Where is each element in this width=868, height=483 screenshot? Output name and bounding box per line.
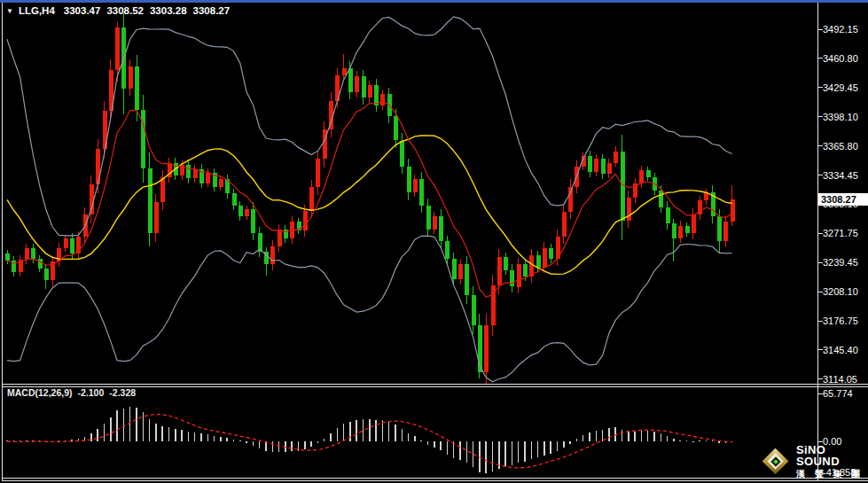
price-axis-label: 3398.10: [823, 112, 858, 122]
watermark-brand-text: SiNO SOUND: [796, 444, 868, 467]
price-axis-label: 3492.15: [823, 24, 858, 35]
macd-signal-value: -2.328: [109, 387, 136, 398]
close-value: 3308.27: [193, 5, 231, 16]
macd-indicator-name: MACD(12,26,9): [7, 387, 73, 398]
price-axis-label: 3208.10: [823, 286, 858, 297]
low-value: 3303.28: [150, 5, 187, 16]
chart-header: ▼ LLG,H4 3303.47 3308.52 3303.28 3308.27: [6, 5, 236, 16]
macd-axis-label: 0.00: [823, 436, 841, 447]
high-value: 3308.52: [106, 5, 144, 16]
current-price-tag: 3308.27: [818, 193, 868, 206]
macd-axis-label: -41.858: [823, 467, 856, 478]
window-top-border: [0, 0, 868, 3]
price-axis-label: 3239.45: [823, 257, 858, 268]
sino-sound-logo-icon: [761, 447, 791, 477]
chart-window: ▼ LLG,H4 3303.47 3308.52 3303.28 3308.27…: [0, 0, 868, 483]
price-axis-label: 3460.80: [823, 53, 858, 64]
price-axis-label: 3271.75: [823, 228, 858, 238]
price-axis-label: 3114.05: [823, 374, 857, 385]
macd-axis-label: 65.774: [823, 388, 853, 399]
price-axis-label: 3365.80: [823, 141, 858, 152]
price-axis-label: 3145.40: [823, 345, 858, 355]
price-chart-canvas[interactable]: [0, 0, 868, 483]
symbol-timeframe-label: LLG,H4: [19, 5, 55, 16]
macd-indicator-label-row: MACD(12,26,9) -2.100 -2.328: [7, 387, 136, 398]
price-axis-label: 3334.45: [823, 170, 858, 181]
price-axis-label: 3176.75: [823, 316, 858, 326]
macd-main-value: -2.100: [78, 387, 105, 398]
open-value: 3303.47: [64, 5, 101, 16]
collapse-chart-icon[interactable]: ▼: [6, 7, 13, 15]
price-axis-label: 3429.45: [823, 82, 858, 93]
